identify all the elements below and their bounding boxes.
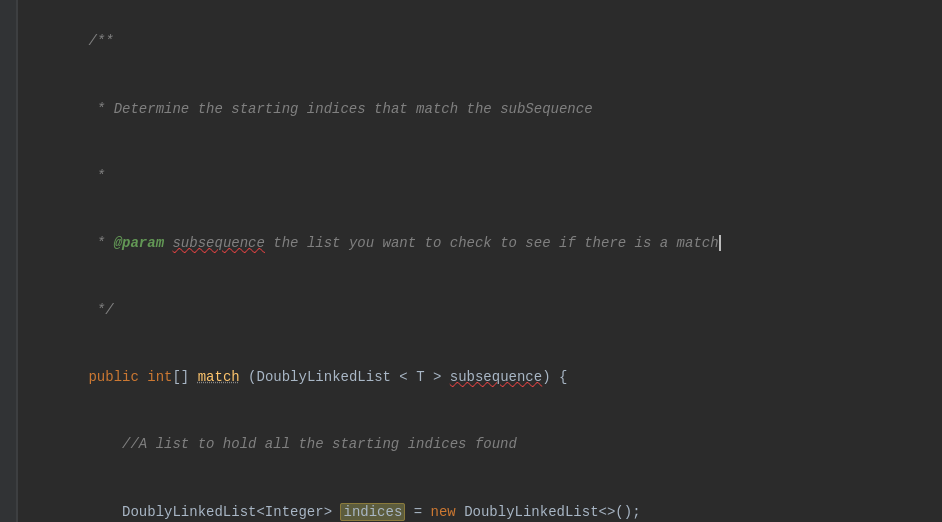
code-line-5: */ (34, 277, 942, 344)
code-line-3: * (34, 142, 942, 209)
code-line-2: * Determine the starting indices that ma… (34, 75, 942, 142)
editor-gutter (0, 0, 18, 522)
code-editor[interactable]: /** * Determine the starting indices tha… (0, 0, 942, 522)
code-line-1: /** (34, 8, 942, 75)
code-line-4: * @param subsequence the list you want t… (34, 210, 942, 277)
code-line-6: public int[] match (DoublyLinkedList < T… (34, 344, 942, 411)
code-content[interactable]: /** * Determine the starting indices tha… (18, 0, 942, 522)
code-line-8: DoublyLinkedList<Integer> indices = new … (34, 478, 942, 522)
code-line-7: //A list to hold all the starting indice… (34, 411, 942, 478)
